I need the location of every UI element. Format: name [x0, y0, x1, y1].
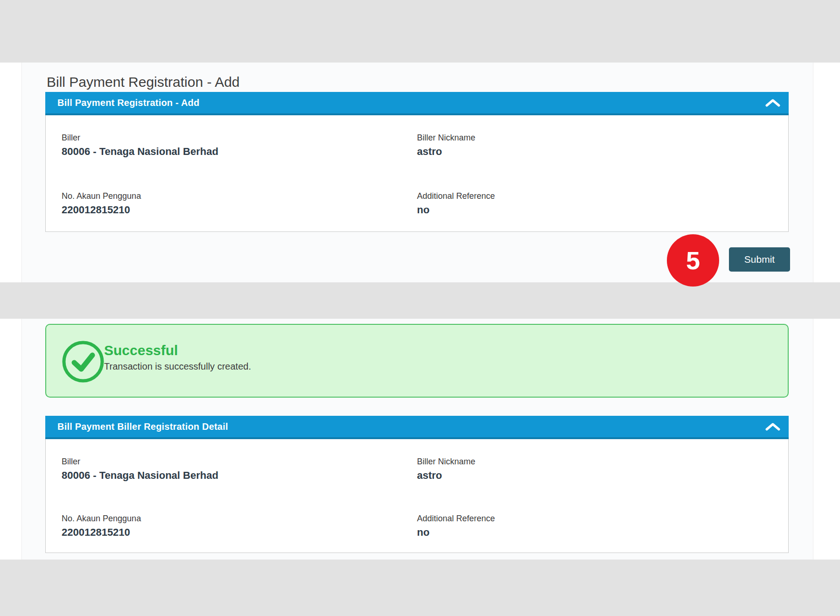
- registration-detail-panel: Bill Payment Biller Registration Detail …: [45, 416, 789, 553]
- submit-button[interactable]: Submit: [729, 247, 790, 272]
- field-biller-nickname: Biller Nickname astro: [417, 456, 773, 496]
- field-biller: Biller 80006 - Tenaga Nasional Berhad: [62, 456, 417, 496]
- middle-gray-band: [0, 282, 840, 319]
- step-annotation-badge: 5: [667, 234, 719, 287]
- field-value: 80006 - Tenaga Nasional Berhad: [62, 469, 417, 482]
- field-label: Biller Nickname: [417, 133, 773, 143]
- page-title: Bill Payment Registration - Add: [47, 74, 240, 91]
- field-biller-nickname: Biller Nickname astro: [417, 133, 773, 173]
- field-value: 220012815210: [62, 204, 417, 216]
- field-akaun-pengguna: No. Akaun Pengguna 220012815210: [62, 191, 417, 231]
- chevron-up-icon[interactable]: [765, 422, 780, 431]
- field-biller: Biller 80006 - Tenaga Nasional Berhad: [62, 133, 417, 173]
- success-text-block: Successful Transaction is successfully c…: [104, 343, 251, 372]
- success-title: Successful: [104, 343, 251, 358]
- field-label: No. Akaun Pengguna: [62, 191, 417, 201]
- field-value: astro: [417, 146, 773, 158]
- success-message: Transaction is successfully created.: [104, 361, 251, 372]
- bill-payment-page: Bill Payment Registration - Add Bill Pay…: [0, 0, 840, 616]
- field-value: no: [417, 526, 773, 539]
- field-label: Biller: [62, 133, 417, 143]
- field-label: No. Akaun Pengguna: [62, 513, 417, 524]
- check-circle-icon: [62, 340, 105, 383]
- bottom-gray-band: [0, 560, 840, 616]
- field-label: Biller: [62, 456, 417, 467]
- field-label: Additional Reference: [417, 191, 773, 201]
- panel-header-title: Bill Payment Biller Registration Detail: [57, 421, 228, 432]
- field-value: 220012815210: [62, 526, 417, 539]
- field-value: no: [417, 204, 773, 216]
- field-label: Additional Reference: [417, 513, 773, 524]
- top-gray-band: [0, 0, 840, 63]
- field-value: 80006 - Tenaga Nasional Berhad: [62, 146, 417, 158]
- success-alert: Successful Transaction is successfully c…: [45, 324, 789, 398]
- field-additional-reference: Additional Reference no: [417, 513, 773, 553]
- registration-add-panel-header[interactable]: Bill Payment Registration - Add: [45, 92, 789, 115]
- registration-add-panel: Bill Payment Registration - Add Biller 8…: [45, 92, 789, 232]
- field-value: astro: [417, 469, 773, 482]
- panel-header-title: Bill Payment Registration - Add: [57, 98, 199, 108]
- registration-detail-panel-body: Biller 80006 - Tenaga Nasional Berhad Bi…: [45, 439, 789, 553]
- field-label: Biller Nickname: [417, 456, 773, 467]
- field-additional-reference: Additional Reference no: [417, 191, 773, 231]
- field-akaun-pengguna: No. Akaun Pengguna 220012815210: [62, 513, 417, 553]
- registration-detail-panel-header[interactable]: Bill Payment Biller Registration Detail: [45, 416, 789, 439]
- chevron-up-icon[interactable]: [765, 98, 780, 107]
- registration-add-panel-body: Biller 80006 - Tenaga Nasional Berhad Bi…: [45, 115, 789, 232]
